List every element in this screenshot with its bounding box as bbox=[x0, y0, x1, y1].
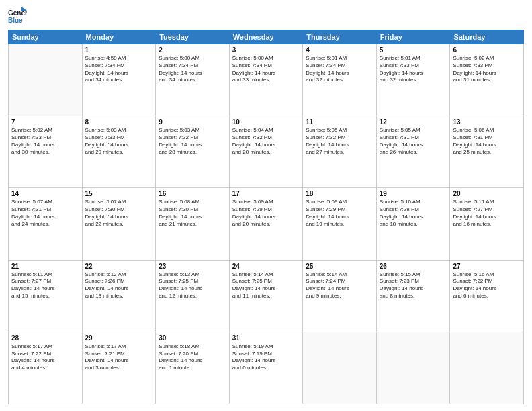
col-header-friday: Friday bbox=[376, 30, 450, 44]
cell-info: Sunrise: 5:03 AMSunset: 7:33 PMDaylight:… bbox=[85, 127, 153, 156]
calendar-cell: 13Sunrise: 5:06 AMSunset: 7:31 PMDayligh… bbox=[450, 116, 524, 188]
col-header-monday: Monday bbox=[82, 30, 156, 44]
cell-info: Sunrise: 5:08 AMSunset: 7:30 PMDaylight:… bbox=[159, 199, 226, 228]
day-number: 28 bbox=[11, 334, 79, 342]
calendar-cell: 19Sunrise: 5:10 AMSunset: 7:28 PMDayligh… bbox=[376, 188, 450, 260]
day-number: 22 bbox=[85, 263, 153, 270]
cell-info: Sunrise: 5:06 AMSunset: 7:31 PMDaylight:… bbox=[453, 127, 521, 156]
svg-marker-2 bbox=[21, 7, 27, 11]
day-number: 23 bbox=[159, 263, 226, 270]
day-number: 4 bbox=[306, 46, 373, 54]
calendar-cell: 28Sunrise: 5:17 AMSunset: 7:22 PMDayligh… bbox=[9, 332, 83, 404]
cell-info: Sunrise: 5:14 AMSunset: 7:25 PMDaylight:… bbox=[232, 271, 300, 300]
cell-info: Sunrise: 5:18 AMSunset: 7:20 PMDaylight:… bbox=[159, 343, 226, 372]
cell-info: Sunrise: 5:11 AMSunset: 7:27 PMDaylight:… bbox=[453, 199, 521, 228]
calendar-cell: 1Sunrise: 4:59 AMSunset: 7:34 PMDaylight… bbox=[82, 44, 156, 116]
col-header-tuesday: Tuesday bbox=[156, 30, 230, 44]
calendar-cell: 29Sunrise: 5:17 AMSunset: 7:21 PMDayligh… bbox=[82, 332, 156, 404]
week-row-1: 1Sunrise: 4:59 AMSunset: 7:34 PMDaylight… bbox=[9, 44, 524, 116]
cell-info: Sunrise: 5:02 AMSunset: 7:33 PMDaylight:… bbox=[453, 55, 521, 84]
calendar-cell: 23Sunrise: 5:13 AMSunset: 7:25 PMDayligh… bbox=[156, 260, 230, 332]
calendar-cell: 20Sunrise: 5:11 AMSunset: 7:27 PMDayligh… bbox=[450, 188, 524, 260]
calendar-cell: 17Sunrise: 5:09 AMSunset: 7:29 PMDayligh… bbox=[229, 188, 303, 260]
day-number: 2 bbox=[159, 46, 226, 54]
cell-info: Sunrise: 5:14 AMSunset: 7:24 PMDaylight:… bbox=[306, 271, 373, 300]
day-number: 18 bbox=[306, 190, 373, 197]
day-number: 11 bbox=[306, 118, 373, 126]
cell-info: Sunrise: 5:11 AMSunset: 7:27 PMDaylight:… bbox=[11, 271, 79, 300]
cell-info: Sunrise: 4:59 AMSunset: 7:34 PMDaylight:… bbox=[85, 55, 153, 84]
day-number: 8 bbox=[85, 118, 153, 126]
day-number: 17 bbox=[232, 190, 300, 197]
calendar-cell: 14Sunrise: 5:07 AMSunset: 7:31 PMDayligh… bbox=[9, 188, 83, 260]
cell-info: Sunrise: 5:00 AMSunset: 7:34 PMDaylight:… bbox=[159, 55, 226, 84]
day-number: 5 bbox=[380, 46, 447, 54]
col-header-sunday: Sunday bbox=[9, 30, 83, 44]
cell-info: Sunrise: 5:13 AMSunset: 7:25 PMDaylight:… bbox=[159, 271, 226, 300]
day-number: 1 bbox=[85, 46, 153, 54]
week-row-3: 14Sunrise: 5:07 AMSunset: 7:31 PMDayligh… bbox=[9, 188, 524, 260]
calendar-cell: 18Sunrise: 5:09 AMSunset: 7:29 PMDayligh… bbox=[303, 188, 377, 260]
cell-info: Sunrise: 5:09 AMSunset: 7:29 PMDaylight:… bbox=[306, 199, 373, 228]
logo-icon: GeneralBlue bbox=[8, 7, 27, 26]
day-number: 29 bbox=[85, 334, 153, 342]
col-header-thursday: Thursday bbox=[303, 30, 377, 44]
day-number: 9 bbox=[159, 118, 226, 126]
col-header-saturday: Saturday bbox=[450, 30, 524, 44]
header: GeneralBlue bbox=[8, 7, 524, 26]
day-number: 10 bbox=[232, 118, 300, 126]
calendar-cell: 15Sunrise: 5:07 AMSunset: 7:30 PMDayligh… bbox=[82, 188, 156, 260]
cell-info: Sunrise: 5:12 AMSunset: 7:26 PMDaylight:… bbox=[85, 271, 153, 300]
calendar-cell: 16Sunrise: 5:08 AMSunset: 7:30 PMDayligh… bbox=[156, 188, 230, 260]
cell-info: Sunrise: 5:19 AMSunset: 7:19 PMDaylight:… bbox=[232, 343, 300, 372]
calendar-table: SundayMondayTuesdayWednesdayThursdayFrid… bbox=[8, 30, 524, 404]
calendar-cell: 2Sunrise: 5:00 AMSunset: 7:34 PMDaylight… bbox=[156, 44, 230, 116]
calendar-cell: 21Sunrise: 5:11 AMSunset: 7:27 PMDayligh… bbox=[9, 260, 83, 332]
calendar-cell: 4Sunrise: 5:01 AMSunset: 7:34 PMDaylight… bbox=[303, 44, 377, 116]
calendar-cell bbox=[9, 44, 83, 116]
calendar-cell: 24Sunrise: 5:14 AMSunset: 7:25 PMDayligh… bbox=[229, 260, 303, 332]
cell-info: Sunrise: 5:07 AMSunset: 7:30 PMDaylight:… bbox=[85, 199, 153, 228]
day-number: 24 bbox=[232, 263, 300, 270]
day-number: 27 bbox=[453, 263, 521, 270]
day-number: 19 bbox=[380, 190, 447, 197]
day-number: 21 bbox=[11, 263, 79, 270]
cell-info: Sunrise: 5:01 AMSunset: 7:33 PMDaylight:… bbox=[380, 55, 447, 84]
calendar-cell: 9Sunrise: 5:03 AMSunset: 7:32 PMDaylight… bbox=[156, 116, 230, 188]
cell-info: Sunrise: 5:05 AMSunset: 7:31 PMDaylight:… bbox=[380, 127, 447, 156]
cell-info: Sunrise: 5:01 AMSunset: 7:34 PMDaylight:… bbox=[306, 55, 373, 84]
calendar-cell: 10Sunrise: 5:04 AMSunset: 7:32 PMDayligh… bbox=[229, 116, 303, 188]
calendar-cell: 27Sunrise: 5:16 AMSunset: 7:22 PMDayligh… bbox=[450, 260, 524, 332]
calendar-cell: 31Sunrise: 5:19 AMSunset: 7:19 PMDayligh… bbox=[229, 332, 303, 404]
day-number: 13 bbox=[453, 118, 521, 126]
calendar-cell bbox=[303, 332, 377, 404]
day-number: 31 bbox=[232, 334, 300, 342]
calendar-cell: 6Sunrise: 5:02 AMSunset: 7:33 PMDaylight… bbox=[450, 44, 524, 116]
day-number: 25 bbox=[306, 263, 373, 270]
calendar-cell: 25Sunrise: 5:14 AMSunset: 7:24 PMDayligh… bbox=[303, 260, 377, 332]
week-row-5: 28Sunrise: 5:17 AMSunset: 7:22 PMDayligh… bbox=[9, 332, 524, 404]
week-row-4: 21Sunrise: 5:11 AMSunset: 7:27 PMDayligh… bbox=[9, 260, 524, 332]
cell-info: Sunrise: 5:03 AMSunset: 7:32 PMDaylight:… bbox=[159, 127, 226, 156]
calendar-cell: 3Sunrise: 5:00 AMSunset: 7:34 PMDaylight… bbox=[229, 44, 303, 116]
cell-info: Sunrise: 5:17 AMSunset: 7:22 PMDaylight:… bbox=[11, 343, 79, 372]
calendar-cell: 5Sunrise: 5:01 AMSunset: 7:33 PMDaylight… bbox=[376, 44, 450, 116]
day-number: 6 bbox=[453, 46, 521, 54]
day-number: 20 bbox=[453, 190, 521, 197]
cell-info: Sunrise: 5:17 AMSunset: 7:21 PMDaylight:… bbox=[85, 343, 153, 372]
calendar-cell: 30Sunrise: 5:18 AMSunset: 7:20 PMDayligh… bbox=[156, 332, 230, 404]
cell-info: Sunrise: 5:05 AMSunset: 7:32 PMDaylight:… bbox=[306, 127, 373, 156]
cell-info: Sunrise: 5:00 AMSunset: 7:34 PMDaylight:… bbox=[232, 55, 300, 84]
calendar-cell: 12Sunrise: 5:05 AMSunset: 7:31 PMDayligh… bbox=[376, 116, 450, 188]
calendar-cell: 7Sunrise: 5:02 AMSunset: 7:33 PMDaylight… bbox=[9, 116, 83, 188]
logo: GeneralBlue bbox=[8, 7, 28, 26]
cell-info: Sunrise: 5:04 AMSunset: 7:32 PMDaylight:… bbox=[232, 127, 300, 156]
cell-info: Sunrise: 5:02 AMSunset: 7:33 PMDaylight:… bbox=[11, 127, 79, 156]
day-number: 7 bbox=[11, 118, 79, 126]
cell-info: Sunrise: 5:09 AMSunset: 7:29 PMDaylight:… bbox=[232, 199, 300, 228]
day-number: 3 bbox=[232, 46, 300, 54]
day-number: 16 bbox=[159, 190, 226, 197]
cell-info: Sunrise: 5:07 AMSunset: 7:31 PMDaylight:… bbox=[11, 199, 79, 228]
header-row: SundayMondayTuesdayWednesdayThursdayFrid… bbox=[9, 30, 524, 44]
calendar-cell: 26Sunrise: 5:15 AMSunset: 7:23 PMDayligh… bbox=[376, 260, 450, 332]
